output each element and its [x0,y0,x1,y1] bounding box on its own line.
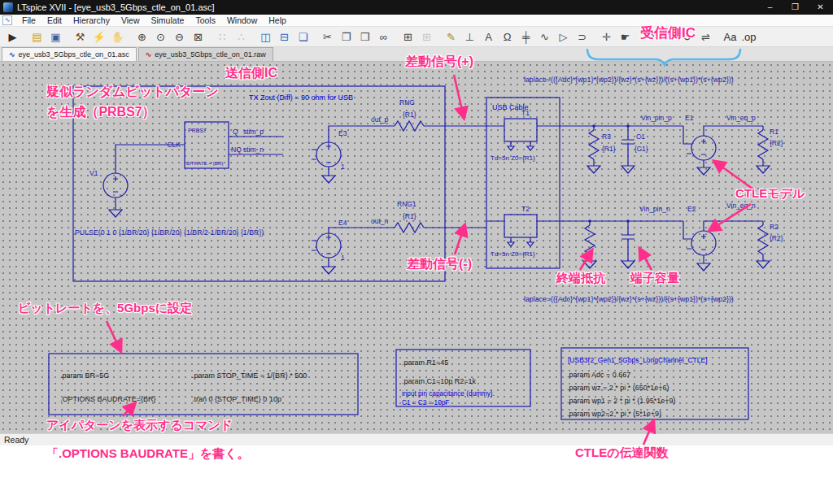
schematic-canvas[interactable]: TX Zout (Diff) = 90 ohm for USB PRBS7 BI… [0,62,833,433]
menu-item-tools[interactable]: Tools [190,15,221,25]
control-panel-icon[interactable]: ⚒ [71,28,89,46]
redo-icon[interactable]: ↷ [659,28,678,46]
dir-tran: .tran 0 {STOP_TIME} 0 10p [192,395,281,403]
tab-schematic[interactable]: ∿ eye_usb3_5Gbps_ctle_on_01.asc [2,47,137,61]
menu-item-window[interactable]: Window [221,15,263,25]
toolbar: ▶▤▣⚒⚡✋⊕⊙⊖⊠∷∴◫⊟❏✂❐❒∞⊞⊞✎⊥AΩ╪∿▷⊃✛☛↶↷↻⇌Aa.op [0,27,833,47]
paste-icon[interactable]: ❒ [355,28,374,46]
status-text: Ready [4,435,28,445]
diode-icon[interactable]: ▷ [554,28,573,46]
drag-icon[interactable]: ☛ [616,28,635,46]
document-icon: ∿ [2,15,12,25]
rng-resistor[interactable] [395,121,424,131]
save-icon[interactable]: ▣ [46,28,65,46]
r1-resistor[interactable] [758,130,768,159]
undo-icon[interactable]: ↶ [640,28,659,46]
menu-item-view[interactable]: View [116,15,146,25]
tab-doc-icon: ∿ [9,50,15,59]
resistor-icon[interactable]: Ω [498,28,517,46]
tx-ic-box[interactable] [73,86,445,281]
cmt-ctle-header: [USB3r2_Gen1_5Gbps_LongChannel_CTLE] [568,356,708,364]
rng1-resistor[interactable] [395,223,424,232]
cascade-icon[interactable]: ❏ [294,28,312,46]
r1-ref: R1 [770,128,778,136]
prbs-bitrate: BITRATE = {BR} [186,160,223,166]
dir-wz: .param wz = 2 * pi * (650*1e+6) [567,384,669,392]
dir-wp2: .param wp2=2 * pi * (5*1e+9) [567,410,661,418]
t2-tline[interactable] [504,215,537,237]
run-icon[interactable]: ▶ [3,28,22,46]
menu-item-hierarchy[interactable]: Hierarchy [68,15,116,25]
rotate-icon[interactable]: ↻ [678,28,696,46]
ground-icon[interactable]: ⊥ [460,28,479,46]
t1-value: Td=5n Z0={R1} [491,154,535,162]
tab-doc-icon: ∿ [146,50,152,59]
r2-resistor[interactable] [758,225,768,254]
halt-icon[interactable]: ✋ [108,28,127,46]
copy-icon[interactable]: ❐ [337,28,355,46]
inductor-icon[interactable]: ∿ [535,28,554,46]
label-net-icon[interactable]: A [479,28,498,46]
tile-vertical-icon[interactable]: ◫ [256,28,275,46]
maximize-button[interactable]: ❐ [783,0,808,15]
rng-ref: RNG [399,98,415,106]
directive-box-1[interactable] [49,354,358,415]
t1-tline[interactable] [504,119,537,141]
wire-icon[interactable]: ✎ [442,28,460,46]
dir-br: .param BR=5G [60,371,109,380]
dir-stop: .param STOP_TIME = 1/{BR} * 500 [192,371,307,380]
tx-box-comment: TX Zout (Diff) = 90 ohm for USB [249,93,353,102]
print-icon[interactable]: ⊞ [399,28,417,46]
minimize-button[interactable]: – [757,0,783,15]
print-preview-icon[interactable]: ⊞ [417,28,436,46]
net-vin-pin-n: Vin_pin_n [639,205,670,213]
title-bar[interactable]: LTspice XVII - [eye_usb3_5Gbps_ctle_on_0… [0,0,833,15]
t2-value: Td=5n Z0={R1} [491,250,535,258]
zoom-back-icon[interactable]: ⊙ [151,28,170,46]
c1-capacitor[interactable] [621,140,635,144]
rng-value: {R1} [403,111,416,119]
spice-directive-icon[interactable]: .op [739,28,758,46]
zoom-out-icon[interactable]: ⊖ [170,28,189,46]
close-button[interactable]: ✕ [808,0,833,15]
net-out-p: out_p [371,115,389,124]
capacitor-icon[interactable]: ╪ [517,28,535,46]
menu-item-help[interactable]: Help [263,15,292,25]
zoom-in-icon[interactable]: ⊕ [133,28,151,46]
cut-icon[interactable]: ✂ [318,28,337,46]
component-icon[interactable]: ⊃ [573,28,591,46]
text-icon[interactable]: Aa [721,28,739,46]
run-man-icon[interactable]: ⚡ [89,28,108,46]
move-icon[interactable]: ✛ [597,28,616,46]
e4-ref: E4 [338,219,347,227]
r2-ref: R2 [770,223,778,231]
c2-capacitor[interactable] [621,235,635,239]
pin-nq: NQ [231,146,242,154]
wires[interactable] [116,126,763,267]
app-icon [3,2,13,12]
dir-c1r2: .param C1=10p R2=1k [402,377,477,385]
open-icon[interactable]: ▤ [28,28,46,46]
zoom-full-icon[interactable]: ⊠ [189,28,207,46]
tile-horizontal-icon[interactable]: ⊟ [275,28,294,46]
r4-resistor[interactable] [585,225,595,254]
tab-waveform[interactable]: ∿ eye_usb3_5Gbps_ctle_on_01.raw [138,47,273,61]
usb-cable-box[interactable] [486,98,560,268]
v1-ref: V1 [89,169,98,177]
net-stim-n: stim_n [243,146,264,154]
v1-value: PULSE(0 1 0 {1/BR/20} {1/BR/20} {1/BR/2-… [75,228,264,237]
mirror-icon[interactable]: ⇌ [696,28,715,46]
rng1-value: {R1} [403,212,416,220]
mark-unconnected-icon[interactable]: ∴ [232,28,251,46]
menu-item-simulate[interactable]: Simulate [146,15,190,25]
net-stim-p: stim_p [243,128,264,136]
menu-item-edit[interactable]: Edit [41,15,68,25]
find-icon[interactable]: ∞ [374,28,393,46]
net-vin-eq-p: Vin_eq_p [726,114,756,122]
menu-item-file[interactable]: File [16,15,41,25]
cmt-pincap-2: C1 = C2 = 10pF [402,399,449,406]
page-background [0,445,833,504]
grid-icon[interactable]: ∷ [213,28,232,46]
r1-value: {R2} [770,139,783,147]
r3-resistor[interactable] [589,130,599,159]
